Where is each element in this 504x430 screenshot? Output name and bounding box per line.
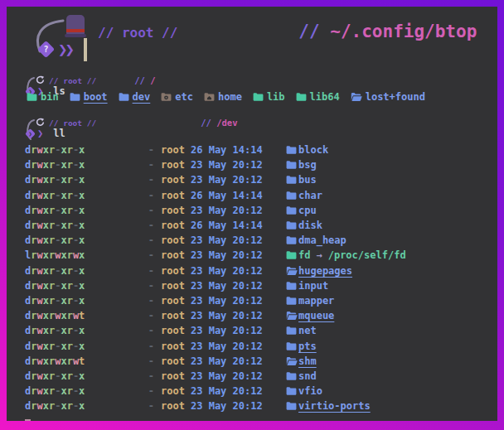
perm-char: x — [43, 249, 49, 261]
file-size: - — [148, 234, 154, 246]
prompt-user-segment: // root // — [49, 76, 96, 85]
perm-char: w — [36, 355, 42, 367]
symlink-arrow-icon: → — [316, 249, 322, 261]
listing-row-fd: lrwxrwxrwx-root23 May 20:12fd→/proc/self… — [25, 248, 497, 263]
perm-char: x — [79, 325, 85, 336]
perm-char: r — [67, 144, 73, 156]
dir-name: hugepages — [298, 265, 352, 277]
modified-date: 23 May 20:12 — [191, 249, 286, 261]
prompt-user-segment: // root // — [98, 25, 177, 41]
path-slashes: // — [134, 75, 145, 85]
perm-char: w — [36, 325, 42, 336]
folder-closed-blue-icon — [70, 92, 80, 102]
folder-icon — [286, 326, 298, 336]
folder-icon — [351, 92, 362, 102]
perm-char: x — [43, 265, 49, 277]
current-path: ~/.config/btop — [330, 22, 477, 41]
folder-icon — [286, 401, 298, 411]
permissions: drwxrwxrwt — [25, 355, 148, 367]
ls-entry-bin: bin — [27, 91, 59, 103]
prompt-path-segment: // /dev — [201, 118, 237, 128]
folder-closed-blue-icon — [286, 145, 297, 155]
prompt-path-segment: // ~/.config/btop — [298, 22, 477, 41]
perm-char: x — [43, 310, 49, 321]
listing-row-bsg: drwxr-xr-x-root23 May 20:12bsg — [25, 157, 497, 172]
perm-char: x — [79, 400, 85, 412]
file-size: - — [148, 310, 154, 321]
folder-closed-blue-icon — [119, 92, 129, 102]
perm-char: w — [36, 385, 42, 397]
refresh-icon — [36, 75, 45, 85]
listing-row-dma_heap: drwxr-xr-x-root23 May 20:12dma_heap — [25, 233, 497, 248]
folder-closed-blue-icon — [286, 296, 297, 306]
dir-name: lost+found — [366, 91, 425, 103]
perm-char: r — [67, 341, 73, 352]
perm-char: x — [43, 190, 49, 201]
perm-char: x — [43, 400, 49, 412]
perm-char: x — [43, 205, 49, 216]
modified-date: 23 May 20:12 — [191, 341, 286, 352]
file-size: - — [148, 355, 154, 367]
folder-icon — [286, 296, 298, 306]
folder-icon — [286, 250, 298, 260]
modified-date: 23 May 20:12 — [191, 205, 286, 216]
folder-open-blue-icon — [286, 356, 298, 366]
prompt-user-segment: // root // — [49, 118, 96, 128]
perm-char: x — [79, 385, 85, 397]
owner: root — [161, 159, 191, 171]
owner: root — [161, 385, 191, 397]
text-cursor[interactable] — [84, 38, 87, 61]
perm-char: x — [61, 234, 66, 246]
file-size: - — [148, 220, 154, 231]
ls-entry-lost+found: lost+found — [351, 91, 425, 103]
command-text: ll — [53, 128, 65, 139]
dir-name: snd — [298, 370, 317, 382]
owner: root — [161, 190, 191, 201]
perm-char: x — [79, 234, 85, 246]
perm-char: w — [36, 400, 42, 412]
folder-closed-blue-icon — [286, 326, 297, 336]
perm-char: r — [67, 205, 73, 216]
owner: root — [161, 220, 191, 231]
modified-date: 26 May 14:14 — [191, 220, 286, 231]
terminal-screen[interactable]: // root // // ~/.config/btop ? ❯❯ // roo… — [7, 7, 497, 421]
perm-char: w — [36, 205, 42, 216]
perm-char: w — [36, 144, 42, 156]
folder-icon — [286, 145, 298, 155]
perm-char: x — [79, 265, 85, 277]
folder-icon — [119, 92, 129, 102]
file-size: - — [148, 190, 154, 201]
perm-char: r — [67, 190, 73, 201]
listing-row-char: drwxr-xr-x-root26 May 14:14char — [25, 188, 497, 203]
permissions: drwxr-xr-x — [25, 144, 148, 156]
modified-date: 23 May 20:12 — [191, 234, 286, 246]
file-size: - — [148, 159, 154, 171]
listing-row-bus: drwxr-xr-x-root23 May 20:12bus — [25, 172, 497, 187]
permissions: drwxr-xr-x — [25, 234, 148, 246]
owner: root — [161, 295, 191, 307]
dir-name: bin — [41, 91, 59, 103]
dir-name: dev — [133, 91, 151, 103]
dir-name: dma_heap — [298, 234, 346, 246]
dir-name: lib64 — [310, 91, 340, 103]
permissions: drwxr-xr-x — [25, 295, 148, 307]
folder-icon — [286, 160, 298, 170]
folder-open-blue-icon — [286, 311, 298, 321]
perm-char: x — [61, 370, 66, 382]
perm-char: w — [36, 220, 42, 231]
perm-char: x — [61, 400, 66, 412]
permissions: drwxr-xr-x — [25, 341, 148, 352]
dir-name: vfio — [298, 385, 322, 397]
perm-char: w — [36, 249, 42, 261]
folder-closed-blue-icon — [286, 175, 297, 185]
folder-icon — [286, 281, 298, 291]
prompt-line: // root // // / — [36, 75, 156, 85]
perm-char: x — [43, 385, 49, 397]
permissions: drwxr-xr-x — [25, 220, 148, 231]
dir-name: mapper — [298, 295, 334, 307]
prompt-diamond-icon: ? — [37, 41, 55, 58]
permissions: drwxr-xr-x — [25, 385, 148, 397]
perm-char: w — [36, 341, 42, 352]
file-size: - — [148, 341, 154, 352]
dir-name: virtio-ports — [298, 400, 371, 412]
